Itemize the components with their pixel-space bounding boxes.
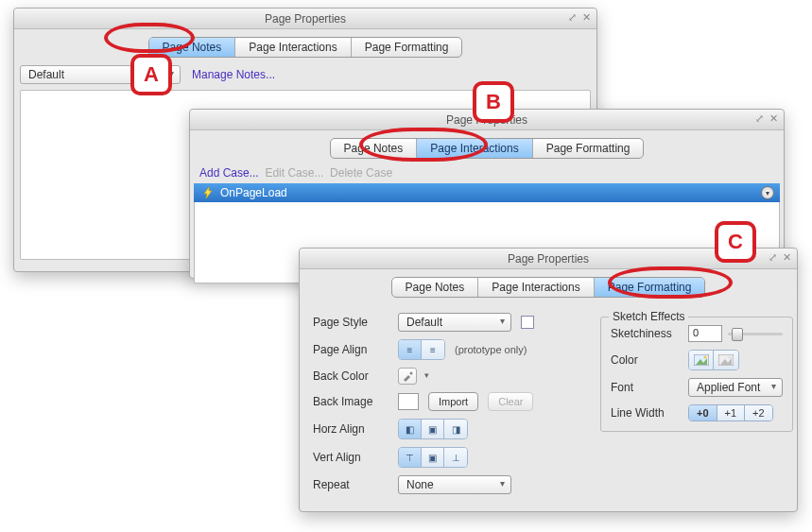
lw-2[interactable]: +2 <box>745 405 772 420</box>
event-row-onpageload[interactable]: OnPageLoad ▾ <box>194 183 780 202</box>
sketchiness-input[interactable]: 0 <box>688 325 722 342</box>
back-image-swatch[interactable] <box>398 393 419 410</box>
tab-page-interactions[interactable]: Page Interactions <box>478 278 594 297</box>
svg-point-4 <box>703 356 706 359</box>
sketch-effects-fieldset: Sketch Effects Sketchiness 0 Color <box>600 317 793 432</box>
halign-left-icon[interactable]: ◧ <box>399 420 422 438</box>
tabbar: Page Notes Page Interactions Page Format… <box>190 130 784 164</box>
color-gray-icon[interactable] <box>714 351 738 369</box>
panel-title: Page Properties <box>508 252 589 266</box>
vert-align-group: ⊤ ▣ ⊥ <box>398 447 468 468</box>
tab-page-formatting[interactable]: Page Formatting <box>533 139 644 158</box>
svg-point-7 <box>729 356 732 359</box>
sketch-font-select[interactable]: Applied Font <box>688 378 783 397</box>
tab-page-interactions[interactable]: Page Interactions <box>235 38 351 57</box>
manage-notes-link[interactable]: Manage Notes... <box>192 68 275 81</box>
chevron-down-icon[interactable]: ▾ <box>761 186 774 199</box>
svg-marker-0 <box>204 187 212 198</box>
edit-case-link: Edit Case... <box>265 166 323 180</box>
page-align-label: Page Align <box>313 343 389 356</box>
svg-point-1 <box>410 372 413 375</box>
tab-page-notes[interactable]: Page Notes <box>331 139 418 158</box>
tabbar: Page Notes Page Interactions Page Format… <box>300 269 797 303</box>
back-color-label: Back Color <box>313 369 389 383</box>
close-icon[interactable]: ✕ <box>582 11 591 24</box>
vert-align-label: Vert Align <box>313 451 389 464</box>
horz-align-group: ◧ ▣ ◨ <box>398 419 468 439</box>
restore-icon[interactable]: ⤢ <box>568 11 577 24</box>
halign-center-icon[interactable]: ▣ <box>422 420 444 438</box>
tab-page-interactions[interactable]: Page Interactions <box>417 139 532 158</box>
page-style-select[interactable]: Default <box>398 313 511 332</box>
page-align-group: ≡ ≡ <box>398 339 445 360</box>
halign-right-icon[interactable]: ◨ <box>444 420 467 438</box>
panel-title: Page Properties <box>265 12 346 26</box>
restore-icon[interactable]: ⤢ <box>769 251 777 264</box>
repeat-label: Repeat <box>313 478 389 491</box>
import-button[interactable]: Import <box>428 392 478 411</box>
event-label: OnPageLoad <box>220 186 287 199</box>
lightning-icon <box>201 186 215 199</box>
sketchiness-label: Sketchiness <box>611 327 679 340</box>
note-select-value: Default <box>28 68 64 81</box>
titlebar: Page Properties ⤢ ✕ <box>14 9 596 29</box>
line-width-label: Line Width <box>611 406 679 420</box>
line-width-group: +0 +1 +2 <box>688 404 773 421</box>
valign-middle-icon[interactable]: ▣ <box>422 448 444 467</box>
callout-a: A <box>130 54 172 95</box>
tab-page-formatting[interactable]: Page Formatting <box>352 38 462 57</box>
tabbar: Page Notes Page Interactions Page Format… <box>14 29 596 63</box>
horz-align-label: Horz Align <box>313 422 389 436</box>
sketchiness-slider[interactable] <box>728 327 783 340</box>
tab-page-formatting[interactable]: Page Formatting <box>595 278 705 297</box>
sketch-font-label: Font <box>611 381 679 394</box>
back-color-picker[interactable] <box>398 368 417 385</box>
align-left-icon[interactable]: ≡ <box>399 340 422 359</box>
valign-top-icon[interactable]: ⊤ <box>399 448 422 467</box>
color-picture-icon[interactable] <box>689 351 714 369</box>
restore-icon[interactable]: ⤢ <box>755 112 764 125</box>
page-style-label: Page Style <box>313 316 389 329</box>
align-center-icon[interactable]: ≡ <box>422 340 444 359</box>
close-icon[interactable]: ✕ <box>783 251 791 264</box>
lw-0[interactable]: +0 <box>689 405 717 420</box>
sketch-legend: Sketch Effects <box>609 310 688 323</box>
tab-page-notes[interactable]: Page Notes <box>392 278 479 297</box>
callout-c: C <box>715 221 756 263</box>
callout-b: B <box>473 81 514 123</box>
repeat-select[interactable]: None <box>398 475 511 494</box>
panel-page-formatting: Page Properties ⤢ ✕ Page Notes Page Inte… <box>299 248 798 512</box>
clear-button: Clear <box>488 392 533 411</box>
back-image-label: Back Image <box>313 395 389 408</box>
sketch-color-label: Color <box>611 353 679 367</box>
sketch-color-group <box>688 350 739 370</box>
close-icon[interactable]: ✕ <box>769 112 778 125</box>
valign-bottom-icon[interactable]: ⊥ <box>444 448 467 467</box>
add-case-link[interactable]: Add Case... <box>199 166 259 180</box>
delete-case-link: Delete Case <box>330 166 392 180</box>
lw-1[interactable]: +1 <box>717 405 746 420</box>
prototype-only-label: (prototype only) <box>455 344 527 355</box>
style-manager-icon[interactable] <box>521 316 534 329</box>
